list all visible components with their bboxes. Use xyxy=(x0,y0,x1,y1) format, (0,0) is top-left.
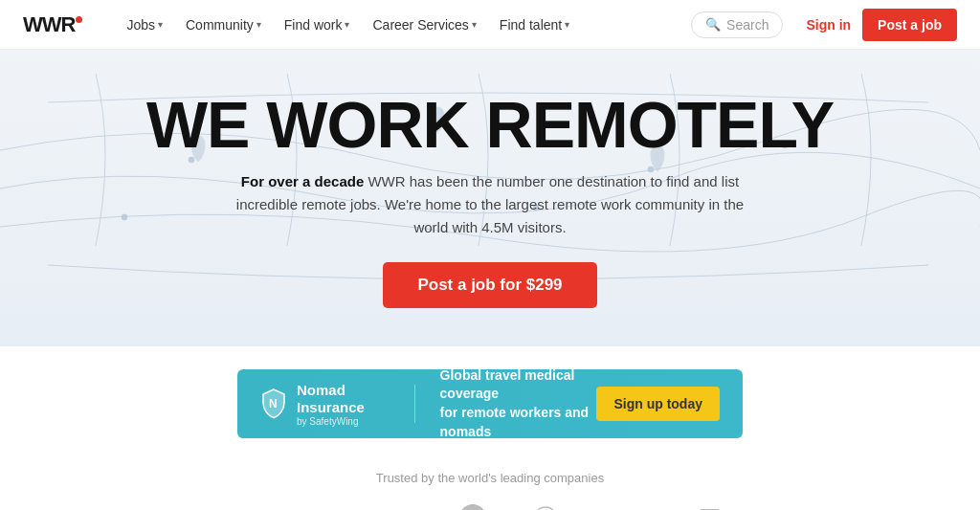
chevron-down-icon: ▾ xyxy=(345,19,349,30)
github-icon xyxy=(457,502,488,510)
basecamp-logo: Basecamp xyxy=(534,506,654,510)
nav-jobs[interactable]: Jobs ▾ xyxy=(117,11,172,38)
signin-button[interactable]: Sign in xyxy=(794,11,862,38)
chevron-down-icon: ▾ xyxy=(472,19,477,30)
nav-links: Jobs ▾ Community ▾ Find work ▾ Career Se… xyxy=(117,11,679,38)
search-placeholder: Search xyxy=(726,17,768,33)
chevron-down-icon: ▾ xyxy=(565,19,569,30)
nav-community[interactable]: Community ▾ xyxy=(176,11,271,38)
search-icon: 🔍 xyxy=(705,17,721,32)
logo-dot xyxy=(76,16,82,23)
ad-brand-name: Nomad Insurance xyxy=(297,382,390,416)
ad-brand-info: Nomad Insurance by SafetyWing xyxy=(297,382,390,427)
hero-subtitle: For over a decade WWR has been the numbe… xyxy=(222,170,758,239)
ad-banner: N Nomad Insurance by SafetyWing Global t… xyxy=(237,369,743,438)
chevron-down-icon: ▾ xyxy=(256,19,261,30)
ad-left: N Nomad Insurance by SafetyWing Global t… xyxy=(260,366,596,441)
svg-point-4 xyxy=(122,214,127,220)
ad-tagline: Global travel medical coveragefor remote… xyxy=(440,366,597,441)
ad-cta-button[interactable]: Sign up today xyxy=(596,387,720,421)
ad-brand-sub: by SafetyWing xyxy=(297,416,390,427)
basecamp-icon xyxy=(534,506,557,510)
post-job-button[interactable]: Post a job xyxy=(862,9,957,41)
hero-section: WE WORK REMOTELY For over a decade WWR h… xyxy=(0,50,980,346)
logo-text: WWR xyxy=(23,12,75,37)
hero-subtitle-bold: For over a decade xyxy=(241,173,364,189)
hero-cta-button[interactable]: Post a job for $299 xyxy=(383,262,596,308)
search-box[interactable]: 🔍 Search xyxy=(691,11,783,38)
github-logo xyxy=(457,502,488,510)
nomad-insurance-logo: N xyxy=(260,386,287,422)
invision-logo: in vision xyxy=(700,507,772,511)
navbar: WWR Jobs ▾ Community ▾ Find work ▾ Caree… xyxy=(0,0,980,50)
svg-text:N: N xyxy=(269,397,278,410)
nav-find-work[interactable]: Find work ▾ xyxy=(275,11,360,38)
amazon-logo: amazon xyxy=(319,503,412,511)
trusted-label: Trusted by the world's leading companies xyxy=(0,471,980,485)
brand-logos-row: Google amazon Basecamp in vision xyxy=(0,502,980,510)
ad-divider xyxy=(414,385,415,423)
logo[interactable]: WWR xyxy=(23,12,82,37)
chevron-down-icon: ▾ xyxy=(158,19,163,30)
ad-section: N Nomad Insurance by SafetyWing Global t… xyxy=(0,346,980,457)
nav-career-services[interactable]: Career Services ▾ xyxy=(363,11,485,38)
google-logo: Google xyxy=(209,505,274,511)
trusted-section: Trusted by the world's leading companies… xyxy=(0,457,980,510)
shield-icon: N xyxy=(260,388,287,420)
hero-title: WE WORK REMOTELY xyxy=(19,92,961,157)
nav-find-talent[interactable]: Find talent ▾ xyxy=(490,11,579,38)
